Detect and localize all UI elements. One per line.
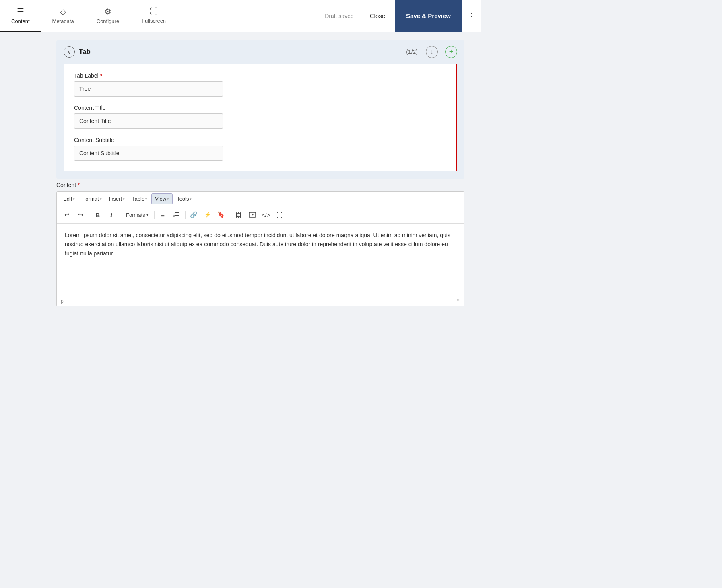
rte-menu-edit[interactable]: Edit ▾ — [60, 194, 78, 204]
form-fields-container: Tab Label * Content Title Content Subtit… — [64, 64, 457, 171]
tab-fullscreen[interactable]: ⛶ Fullscreen — [130, 0, 177, 32]
content-subtitle-label: Content Subtitle — [74, 137, 447, 143]
tab-header: ∨ Tab (1/2) ↓ + — [56, 40, 464, 64]
svg-text:2.: 2. — [173, 215, 175, 217]
toolbar-separator-1 — [89, 211, 89, 219]
edit-menu-arrow: ▾ — [73, 197, 75, 201]
rte-menu-view[interactable]: View ▾ — [151, 193, 173, 204]
top-navigation: ☰ Content ◇ Metadata ⚙ Configure ⛶ Fulls… — [0, 0, 481, 32]
svg-marker-6 — [252, 214, 254, 216]
insert-menu-arrow: ▾ — [123, 197, 125, 201]
unlink-button[interactable]: ⚡ — [202, 209, 214, 221]
rte-menu-tools[interactable]: Tools ▾ — [173, 194, 195, 204]
resize-handle[interactable]: ⠿ — [456, 298, 460, 304]
tab-content-label: Content — [11, 18, 30, 24]
more-options-button[interactable]: ⋮ — [462, 0, 481, 32]
rte-footer: p ⠿ — [57, 296, 464, 306]
table-menu-arrow: ▾ — [145, 197, 147, 201]
format-menu-arrow: ▾ — [100, 197, 102, 201]
close-button[interactable]: Close — [360, 0, 395, 32]
tab-label-group: Tab Label * — [74, 72, 447, 97]
rte-menu-format[interactable]: Format ▾ — [79, 194, 105, 204]
tab-configure[interactable]: ⚙ Configure — [85, 0, 130, 32]
bookmark-button[interactable]: 🔖 — [215, 209, 227, 221]
view-menu-arrow: ▾ — [167, 197, 169, 201]
toolbar-separator-3 — [154, 211, 155, 219]
tab-metadata[interactable]: ◇ Metadata — [41, 0, 85, 32]
plus-icon: + — [449, 48, 454, 56]
draft-status: Draft saved — [318, 0, 360, 32]
rte-tag-indicator: p — [61, 298, 64, 304]
tab-move-down-button[interactable]: ↓ — [426, 46, 438, 58]
content-required-star: * — [78, 182, 80, 188]
rte-paragraph: Lorem ipsum dolor sit amet, consectetur … — [65, 231, 456, 258]
configure-icon: ⚙ — [104, 7, 111, 16]
content-field-label: Content * — [56, 182, 464, 188]
tab-fullscreen-label: Fullscreen — [142, 18, 166, 24]
unlink-icon: ⚡ — [204, 211, 211, 218]
main-content: ∨ Tab (1/2) ↓ + Tab Label * — [0, 32, 481, 315]
tab-section: ∨ Tab (1/2) ↓ + Tab Label * — [56, 40, 464, 179]
bullet-list-button[interactable]: ≡ — [157, 209, 169, 221]
tab-count: (1/2) — [406, 49, 418, 55]
undo-button[interactable]: ↩ — [61, 209, 73, 221]
tab-label-label: Tab Label * — [74, 72, 447, 79]
toolbar-separator-4 — [185, 211, 186, 219]
image-button[interactable]: 🖼 — [233, 209, 245, 221]
tools-menu-arrow: ▾ — [190, 197, 192, 201]
formats-dropdown-button[interactable]: Formats ▾ — [123, 210, 152, 220]
tab-add-button[interactable]: + — [445, 46, 457, 58]
content-subtitle-input[interactable] — [74, 146, 223, 161]
numbered-list-icon: 1. 2. — [173, 212, 180, 218]
content-title-label: Content Title — [74, 105, 447, 111]
arrow-down-icon: ↓ — [430, 48, 433, 56]
tab-content[interactable]: ☰ Content — [0, 0, 41, 32]
content-subtitle-group: Content Subtitle — [74, 137, 447, 161]
svg-text:⚡: ⚡ — [204, 211, 211, 218]
tab-title: Tab — [79, 48, 402, 56]
tab-collapse-button[interactable]: ∨ — [64, 46, 75, 58]
rte-menu-insert[interactable]: Insert ▾ — [106, 194, 128, 204]
rte-menu-table[interactable]: Table ▾ — [129, 194, 151, 204]
svg-rect-1 — [175, 212, 179, 213]
save-preview-button[interactable]: Save & Preview — [395, 0, 462, 32]
numbered-list-button[interactable]: 1. 2. — [171, 209, 183, 221]
link-button[interactable]: 🔗 — [188, 209, 200, 221]
media-icon — [249, 211, 256, 218]
tab-metadata-label: Metadata — [52, 18, 74, 24]
bold-button[interactable]: B — [92, 209, 104, 221]
media-button[interactable] — [246, 209, 258, 221]
rte-content-area[interactable]: Lorem ipsum dolor sit amet, consectetur … — [57, 224, 464, 296]
toolbar-separator-5 — [230, 211, 230, 219]
content-title-input[interactable] — [74, 113, 223, 129]
metadata-icon: ◇ — [60, 7, 66, 16]
code-button[interactable]: </> — [260, 209, 272, 221]
tab-configure-label: Configure — [97, 18, 119, 24]
formats-arrow-icon: ▾ — [146, 213, 149, 217]
rich-text-editor: Edit ▾ Format ▾ Insert ▾ Table ▾ View ▾ … — [56, 191, 464, 306]
chevron-down-icon: ∨ — [67, 49, 71, 55]
fullscreen-icon: ⛶ — [150, 7, 158, 16]
required-star: * — [100, 72, 102, 79]
rte-toolbar: ↩ ↪ B I Formats ▾ ≡ 1. 2. 🔗 — [57, 206, 464, 224]
rte-menubar: Edit ▾ Format ▾ Insert ▾ Table ▾ View ▾ … — [57, 192, 464, 206]
tab-label-input[interactable] — [74, 81, 223, 97]
italic-button[interactable]: I — [105, 209, 118, 221]
content-icon: ☰ — [17, 7, 24, 16]
content-title-group: Content Title — [74, 105, 447, 129]
svg-rect-3 — [175, 215, 179, 216]
toolbar-separator-2 — [120, 211, 120, 219]
fullscreen-editor-button[interactable]: ⛶ — [274, 209, 286, 221]
redo-button[interactable]: ↪ — [74, 209, 87, 221]
more-icon: ⋮ — [468, 12, 475, 21]
